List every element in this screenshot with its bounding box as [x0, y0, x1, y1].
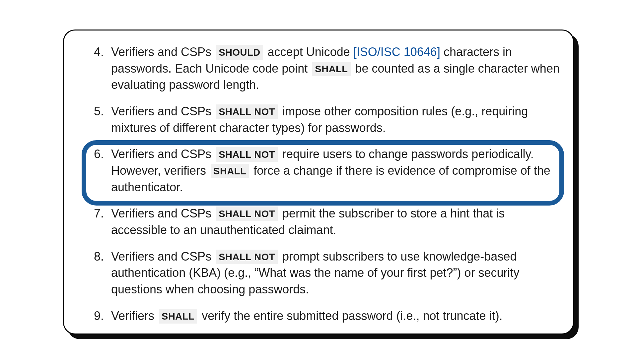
- normative-keyword: SHALL: [211, 164, 249, 178]
- requirement-item: Verifiers and CSPs SHALL NOT prompt subs…: [104, 248, 560, 308]
- requirement-item: Verifiers and CSPs SHOULD accept Unicode…: [104, 44, 560, 103]
- requirement-item: Verifiers and CSPs SHALL NOT require use…: [104, 146, 560, 205]
- body-text: Verifiers and CSPs: [111, 104, 215, 118]
- stage: Verifiers and CSPs SHOULD accept Unicode…: [0, 0, 637, 364]
- body-text: Verifiers and CSPs: [111, 45, 215, 59]
- body-text: verify the entire submitted password (i.…: [198, 309, 502, 323]
- normative-keyword: SHALL NOT: [216, 147, 278, 162]
- body-text: accept Unicode: [264, 45, 353, 59]
- normative-keyword: SHALL NOT: [216, 207, 278, 221]
- reference-link[interactable]: [ISO/ISC 10646]: [353, 45, 440, 59]
- requirement-item: Verifiers and CSPs SHALL NOT permit the …: [104, 205, 560, 248]
- normative-keyword: SHALL NOT: [216, 250, 278, 264]
- requirement-item: Verifiers and CSPs SHALL NOT impose othe…: [104, 103, 560, 146]
- requirements-list: Verifiers and CSPs SHOULD accept Unicode…: [77, 44, 560, 324]
- body-text: Verifiers: [111, 309, 158, 323]
- requirement-item: Verifiers SHALL verify the entire submit…: [104, 308, 560, 324]
- normative-keyword: SHALL NOT: [216, 104, 278, 119]
- normative-keyword: SHOULD: [216, 45, 263, 60]
- body-text: Verifiers and CSPs: [111, 147, 215, 161]
- normative-keyword: SHALL: [159, 309, 197, 324]
- body-text: Verifiers and CSPs: [111, 250, 215, 263]
- body-text: Verifiers and CSPs: [111, 207, 215, 220]
- normative-keyword: SHALL: [312, 62, 350, 76]
- document-card: Verifiers and CSPs SHOULD accept Unicode…: [63, 30, 574, 334]
